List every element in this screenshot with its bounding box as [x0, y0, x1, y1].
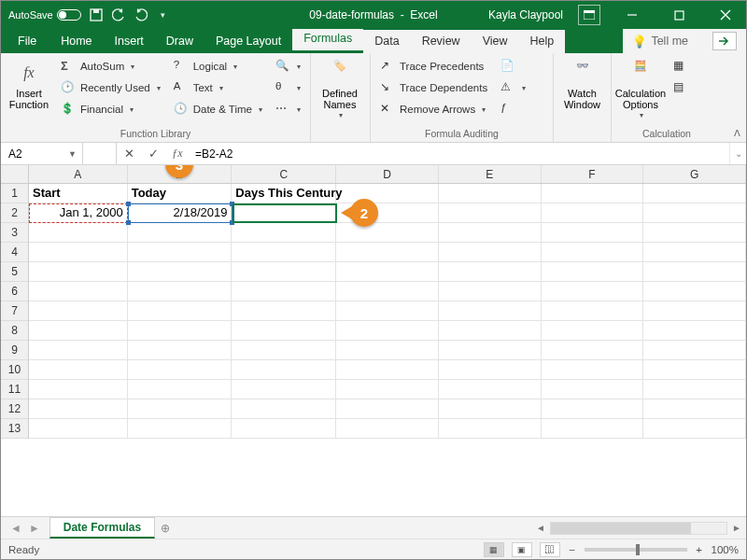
cell-D6[interactable] [336, 282, 439, 301]
error-checking-button[interactable]: ⚠▾ [497, 77, 529, 98]
sheet-tab-active[interactable]: Date Formulas [49, 517, 155, 539]
cell-B6[interactable] [128, 282, 233, 301]
col-header-D[interactable]: D [336, 165, 439, 183]
new-sheet-button[interactable]: ⊕ [155, 522, 176, 535]
cell-B8[interactable] [128, 321, 233, 341]
cell-G13[interactable] [643, 419, 746, 439]
col-header-A[interactable]: A [29, 165, 128, 183]
cell-F5[interactable] [542, 262, 644, 282]
save-icon[interactable] [89, 7, 104, 22]
cell-A9[interactable] [29, 341, 128, 360]
hscroll-thumb[interactable] [551, 523, 691, 534]
cell-A10[interactable] [29, 360, 128, 380]
cell-A7[interactable] [29, 301, 128, 321]
cell-D9[interactable] [336, 341, 439, 360]
cell-E2[interactable] [439, 203, 542, 223]
cell-F2[interactable] [542, 203, 644, 223]
col-header-E[interactable]: E [439, 165, 542, 183]
cell-A2[interactable]: Jan 1, 2000 [29, 203, 128, 223]
cell-E9[interactable] [439, 341, 542, 360]
cell-F3[interactable] [542, 223, 644, 243]
cell-C12[interactable] [232, 399, 336, 419]
cell-C2[interactable]: =B2-A2 [232, 203, 336, 223]
column-headers[interactable]: ABCDEFG [29, 165, 746, 184]
row-header-2[interactable]: 2 [1, 203, 28, 223]
cell-B7[interactable] [128, 301, 233, 321]
evaluate-formula-button[interactable]: ƒ [497, 99, 529, 119]
col-header-F[interactable]: F [542, 165, 644, 183]
minimize-button[interactable] [612, 1, 653, 29]
sheet-nav-prev-icon[interactable]: ◄ [7, 522, 25, 535]
cell-F7[interactable] [542, 301, 644, 321]
cell-C4[interactable] [232, 243, 336, 262]
row-header-10[interactable]: 10 [1, 360, 28, 380]
cell-C7[interactable] [232, 301, 336, 321]
share-button[interactable] [712, 32, 737, 50]
logical-button[interactable]: ?Logical▾ [170, 56, 266, 77]
view-normal-button[interactable]: ▦ [484, 542, 504, 557]
cell-C3[interactable] [232, 223, 336, 243]
autosum-button[interactable]: AutoSum▾ [57, 56, 164, 77]
formula-input[interactable]: =B2-A2 [190, 143, 729, 164]
cell-E13[interactable] [439, 419, 542, 439]
cell-F10[interactable] [542, 360, 644, 380]
tab-file[interactable]: File [5, 30, 49, 53]
tab-page-layout[interactable]: Page Layout [204, 30, 292, 53]
trace-precedents-button[interactable]: ↗Trace Precedents [376, 56, 491, 77]
row-headers[interactable]: 12345678910111213 [1, 184, 29, 439]
show-formulas-button[interactable]: 📄 [497, 56, 529, 77]
cell-G10[interactable] [643, 360, 746, 380]
calculation-options-button[interactable]: 🧮 Calculation Options ▾ [617, 56, 664, 120]
col-header-G[interactable]: G [643, 165, 746, 183]
remove-arrows-button[interactable]: ✕Remove Arrows▾ [376, 99, 491, 119]
fx-icon[interactable]: ƒx [165, 143, 190, 164]
hscroll-left-icon[interactable]: ◄ [533, 521, 548, 536]
cell-D13[interactable] [336, 419, 439, 439]
zoom-out-button[interactable]: − [568, 544, 577, 555]
math-button[interactable]: θ▾ [272, 77, 304, 98]
tab-draw[interactable]: Draw [155, 30, 204, 53]
cell-G9[interactable] [643, 341, 746, 360]
cell-D8[interactable] [336, 321, 439, 341]
cell-G6[interactable] [643, 282, 746, 301]
calc-sheet-button[interactable]: ▤ [669, 77, 692, 98]
lookup-button[interactable]: 🔍▾ [272, 56, 304, 77]
cell-B5[interactable] [128, 262, 233, 282]
close-button[interactable] [705, 1, 746, 29]
view-page-layout-button[interactable]: ▣ [512, 542, 532, 557]
zoom-slider[interactable] [585, 548, 687, 552]
sheet-nav-next-icon[interactable]: ► [25, 522, 44, 535]
cell-D7[interactable] [336, 301, 439, 321]
cell-F1[interactable] [542, 184, 644, 203]
cell-A11[interactable] [29, 380, 128, 399]
hscroll-right-icon[interactable]: ► [729, 521, 744, 536]
qat-customize-caret-icon[interactable]: ▾ [156, 7, 171, 22]
cell-G4[interactable] [643, 243, 746, 262]
tab-insert[interactable]: Insert [104, 30, 155, 53]
cell-A8[interactable] [29, 321, 128, 341]
undo-icon[interactable] [111, 7, 126, 22]
cell-F6[interactable] [542, 282, 644, 301]
row-header-3[interactable]: 3 [1, 223, 28, 243]
row-header-11[interactable]: 11 [1, 380, 28, 399]
cell-D4[interactable] [336, 243, 439, 262]
cell-B13[interactable] [128, 419, 233, 439]
cell-E8[interactable] [439, 321, 542, 341]
tab-view[interactable]: View [472, 30, 519, 53]
row-header-8[interactable]: 8 [1, 321, 28, 341]
cell-B11[interactable] [128, 380, 233, 399]
cell-E5[interactable] [439, 262, 542, 282]
row-header-13[interactable]: 13 [1, 419, 28, 439]
expand-formula-bar-icon[interactable]: ⌄ [729, 143, 746, 164]
cell-A1[interactable]: Start [29, 184, 128, 203]
cell-B9[interactable] [128, 341, 233, 360]
date-time-button[interactable]: 🕓Date & Time▾ [170, 99, 266, 119]
cancel-formula-button[interactable]: ✕ [117, 143, 141, 164]
cell-G8[interactable] [643, 321, 746, 341]
cell-A3[interactable] [29, 223, 128, 243]
defined-names-button[interactable]: 🏷️ Defined Names ▾ [317, 56, 363, 120]
cell-G3[interactable] [643, 223, 746, 243]
cell-B2[interactable]: 2/18/2019 [128, 203, 233, 223]
cell-G11[interactable] [643, 380, 746, 399]
view-page-break-button[interactable]: ⿲ [540, 542, 560, 557]
